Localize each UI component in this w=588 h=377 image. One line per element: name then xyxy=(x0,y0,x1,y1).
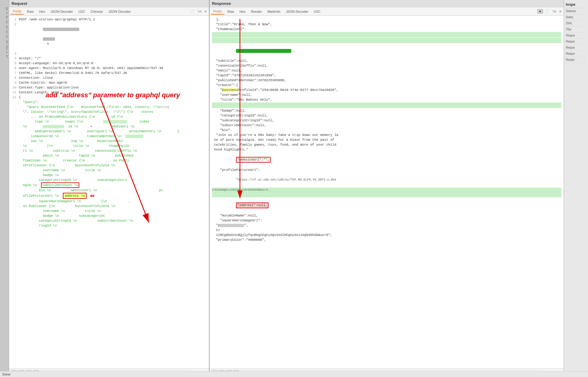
inspector-item-respo[interactable]: Respo xyxy=(565,57,587,63)
request-line-38: ringId \n xyxy=(9,223,209,228)
tab-icon-slash-n[interactable]: \n xyxy=(196,9,203,14)
request-line-15: \", locale: \"string\", storyTapIdsToFil… xyxy=(9,109,209,114)
response-tab-icon-menu[interactable]: ≡ xyxy=(558,9,562,14)
resp-blurred-url: blaaaurl...urlblaaa=blurredurl , xyxy=(212,43,561,58)
request-line-36: badge \n subcategorySt xyxy=(9,213,209,218)
resp-p-blurred: "p", xyxy=(212,223,561,228)
inspector-item-76a[interactable]: 76a: xyxy=(565,26,587,33)
request-line-2: 2 n xyxy=(9,22,209,51)
resp-profile-pic: "profilePictureUrl": xyxy=(212,168,561,172)
request-line-1: 1 POST /web-stories-api/graphql HTTP/1.1 xyxy=(9,17,209,22)
tab-hex-response[interactable]: Hex xyxy=(237,9,248,14)
status-text: Done xyxy=(2,372,10,376)
request-line-5: 5 Accept-Language: en-US;q=0.9,en;q=0.8 xyxy=(9,61,209,66)
tab-jsondecoder-response[interactable]: JSON Decoder xyxy=(283,9,311,14)
resp-bio-3: celebrities, family games, toys, food, a… xyxy=(212,142,561,147)
tab-raw-request[interactable]: Raw xyxy=(25,9,36,14)
tab-u2c-request[interactable]: U2C xyxy=(76,9,87,14)
tab-chinese-request[interactable]: Chinese xyxy=(88,9,105,14)
resp-line-2: "title":"Drake, Then & Now", xyxy=(212,22,561,27)
request-line-18: \n id \n ▪ mediaUrl \n xyxy=(9,124,209,129)
resp-subtitle: "subtitle":null, xyxy=(212,58,561,63)
request-line-25: TimeInSec \n creator {\n ... on Publi xyxy=(9,158,209,163)
inspector-panel: Inspe Selecto Selec 254( 76a: Reque Requ… xyxy=(564,0,588,377)
request-line-14: "query discoverFeed {\n discoverFeed (fi… xyxy=(9,105,209,109)
resp-bio-label: "bio": xyxy=(212,128,561,133)
inspector-item-254[interactable]: 254( xyxy=(565,20,587,26)
request-line-17: type \n snaps {\n index xyxy=(9,119,209,124)
inspector-item-reque1[interactable]: Reque xyxy=(565,33,587,39)
request-line-28: badge \n xyxy=(9,173,209,178)
resp-primarycolor: "primaryColor":"#000000", xyxy=(212,237,561,242)
resp-bio-2: ne of pure nostalgia. Get ready for a bl… xyxy=(212,137,561,142)
tab-hex-request[interactable]: Hex xyxy=(37,9,48,14)
tab-pretty-request[interactable]: Pretty xyxy=(10,9,24,15)
resp-c-prefix: C> xyxy=(212,228,561,233)
request-title: Request xyxy=(9,0,209,7)
tab-jsondecoder-request[interactable]: JSON Decoder xyxy=(48,9,75,14)
inspector-item-reque3[interactable]: Reque xyxy=(565,45,587,51)
blurred-host xyxy=(43,28,79,31)
resp-category: "categoryStringId":null, xyxy=(212,113,561,118)
response-code[interactable]: ], "title":"Drake, Then & Now", "thumbna… xyxy=(210,16,564,368)
main-container: pe S 3s oi te el er ID ele A er Request … xyxy=(0,0,588,377)
tab-markinfo-response[interactable]: MarkInfo xyxy=(265,9,283,14)
request-line-13: "query": xyxy=(9,100,209,105)
inspector-item-selecto[interactable]: Selecto xyxy=(565,8,587,14)
tab-u2c-response[interactable]: U2C xyxy=(311,9,323,14)
tab-raw-response[interactable]: Raw xyxy=(225,9,237,14)
resp-iircg: iIRCg06AX1CBgjlyfqcBkgCEgCiAQsIASIHCgUyA… xyxy=(212,233,561,237)
request-line-21: lat \n lng \n hasAttachment xyxy=(9,139,209,144)
resp-badge: "badge":null, xyxy=(212,108,561,113)
resp-line-3: "thumbnailUrl": xyxy=(212,27,561,32)
response-dropdown[interactable]: ▾ xyxy=(537,9,543,14)
resp-canonical: "canonicalUrlSuffix":null, xyxy=(212,63,561,68)
request-line-4: 4 Accept: */* xyxy=(9,56,209,61)
resp-bio-1: "Join us if you're a 90s baby! Take a tr… xyxy=(212,133,561,137)
request-code[interactable]: 1 POST /web-stories-api/graphql HTTP/1.1… xyxy=(9,16,209,368)
request-line-10: 10 Content-Type: application/json xyxy=(9,85,209,90)
request-line-22: \n }\n title \n thumbnailU xyxy=(9,144,209,148)
request-line-31: bio \n websiteUrl \n pr xyxy=(9,188,209,193)
tab-icon-doc[interactable]: 📄 xyxy=(189,9,196,14)
request-line-29: categoryStringId \n subcategoryStri xyxy=(9,178,209,182)
response-title: Response xyxy=(210,0,564,7)
status-bar: Done xyxy=(0,371,588,377)
resp-subcategory: "subcategoryStringId":null, xyxy=(212,118,561,123)
request-tab-bar: Pretty Raw Hex JSON Decoder U2C Chinese … xyxy=(9,7,209,16)
response-tab-bar: Pretty Raw Hex Render MarkInfo JSON Deco… xyxy=(210,7,564,16)
tab-pretty-response[interactable]: Pretty xyxy=(211,9,224,15)
resp-green-2 xyxy=(212,38,561,43)
request-line-24: emoji \n tapId \n published xyxy=(9,153,209,158)
resp-green-3 xyxy=(212,102,561,108)
left-sidebar: pe S 3s oi te el er ID ele A er xyxy=(0,0,9,377)
sidebar-labels: pe S 3s oi te el er ID ele A er xyxy=(1,7,8,58)
response-tab-icon-doc[interactable]: 📄 xyxy=(544,9,550,14)
blurred-value xyxy=(43,37,55,41)
request-line-8: 8 Connection: close xyxy=(9,75,209,80)
response-content-area: ], "title":"Drake, Then & Now", "thumbna… xyxy=(210,16,564,368)
resp-username: "username":null, xyxy=(212,92,561,97)
resp-mutable: "mutableName":null, xyxy=(212,213,561,218)
request-panel: Request Pretty Raw Hex JSON Decoder U2C … xyxy=(9,0,210,377)
request-line-34: . on Publisher {\n businessProfileId \n xyxy=(9,204,209,209)
tab-jsondecoder2-request[interactable]: JSON Decoder xyxy=(106,9,133,14)
request-line-32: ofilePictureUrl \n address \n xyxy=(9,193,209,199)
inspector-item-reque2[interactable]: Reque xyxy=(565,39,587,45)
request-content-area: 1 POST /web-stories-api/graphql HTTP/1.1… xyxy=(9,16,209,368)
inspector-item-reque4[interactable]: Reque xyxy=(565,51,587,57)
request-line-11: 11 Content-Length: 4603 xyxy=(9,90,209,95)
response-tab-icon-slash-n[interactable]: \n xyxy=(551,9,557,14)
request-line-35: username \n title \n xyxy=(9,209,209,213)
resp-green-1 xyxy=(212,32,561,37)
response-panel: Response Pretty Raw Hex Render MarkInfo … xyxy=(210,0,564,377)
tab-icon-menu[interactable]: ≡ xyxy=(203,9,208,14)
resp-line-1: ], xyxy=(212,17,561,22)
resp-bio-4: hood highlights," xyxy=(212,147,561,152)
tab-render-response[interactable]: Render xyxy=(248,9,264,14)
inspector-item-selec[interactable]: Selec xyxy=(565,14,587,20)
resp-business-profile: "businessProfileId":"254c98d8-b019-474e-… xyxy=(212,88,561,92)
resp-green-blurred: C>blaAOgELLCAE1bWornGr9SAE%3D&uc=3 , xyxy=(212,188,561,197)
request-line-26: cProfileUser {\n businessProfileId \n xyxy=(9,163,209,168)
request-line-27: username \n title \n xyxy=(9,168,209,173)
